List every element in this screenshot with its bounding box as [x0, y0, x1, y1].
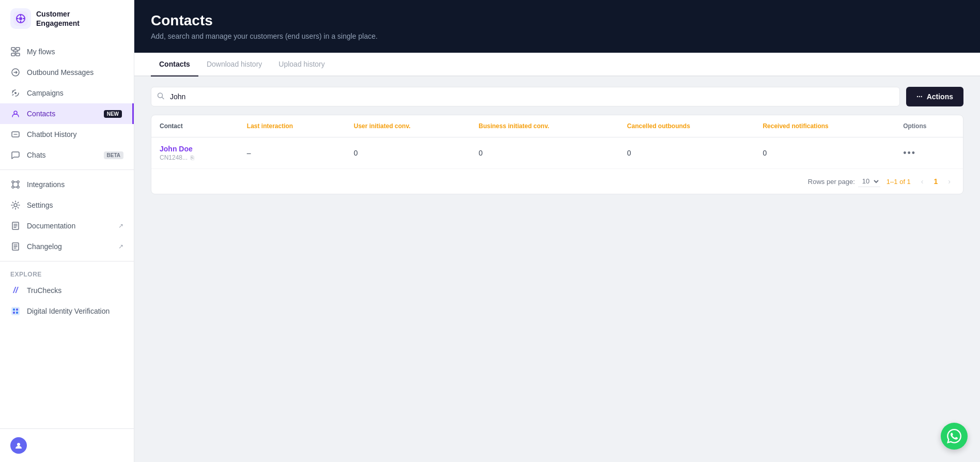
contact-id: CN1248...	[160, 154, 188, 161]
sidebar-item-digital-identity[interactable]: Digital Identity Verification	[0, 301, 134, 321]
sidebar-item-campaigns[interactable]: Campaigns	[0, 83, 134, 103]
tabs-container: Contacts Download history Upload history	[134, 53, 980, 76]
chatbot-icon	[10, 129, 21, 140]
beta-badge: BETA	[104, 151, 123, 159]
search-container	[151, 87, 900, 106]
sidebar-item-my-flows[interactable]: My flows	[0, 41, 134, 62]
tab-contacts[interactable]: Contacts	[151, 53, 198, 76]
sidebar-item-label: Outbound Messages	[27, 68, 94, 76]
sidebar-item-chats[interactable]: Chats BETA	[0, 145, 134, 165]
sidebar-item-label: Contacts	[27, 110, 55, 118]
svg-rect-41	[13, 312, 15, 314]
svg-point-19	[15, 134, 16, 135]
tab-upload-history[interactable]: Upload history	[270, 53, 333, 76]
sidebar-item-label: My flows	[27, 48, 55, 56]
sidebar-item-label: Digital Identity Verification	[27, 307, 110, 315]
table: Contact Last interaction User initiated …	[151, 115, 963, 169]
sidebar-item-label: TruChecks	[27, 286, 61, 295]
next-page-button[interactable]: ›	[944, 175, 955, 188]
svg-rect-10	[16, 53, 20, 56]
main-content: Contacts Add, search and manage your cus…	[134, 0, 980, 462]
svg-point-20	[17, 134, 18, 135]
changelog-icon	[10, 241, 21, 252]
prev-page-button[interactable]: ‹	[917, 175, 928, 188]
nav-divider	[0, 170, 134, 170]
svg-rect-7	[11, 48, 15, 50]
svg-point-21	[12, 181, 14, 183]
page-subtitle: Add, search and manage your customers (e…	[151, 32, 963, 40]
sidebar-item-label: Campaigns	[27, 89, 64, 97]
external-link-icon: ↗	[118, 222, 123, 229]
digital-identity-icon	[10, 306, 21, 316]
svg-point-2	[19, 17, 22, 20]
sidebar: CustomerEngagement My flows Outbound Mes…	[0, 0, 134, 462]
page-title: Contacts	[151, 12, 963, 29]
sidebar-item-label: Settings	[27, 201, 53, 209]
pagination: Rows per page: 10 25 50 1–1 of 1 ‹ 1 ›	[151, 169, 963, 194]
chats-icon	[10, 150, 21, 160]
sidebar-item-outbound-messages[interactable]: Outbound Messages	[0, 62, 134, 83]
contact-name[interactable]: John Doe	[160, 145, 230, 153]
copy-icon[interactable]: ⎘	[191, 155, 194, 161]
col-header-contact: Contact	[151, 115, 239, 137]
flows-icon	[10, 47, 21, 57]
sidebar-item-truchecks[interactable]: // TruChecks	[0, 280, 134, 301]
pagination-range: 1–1 of 1	[886, 178, 911, 186]
table-row: John Doe CN1248... ⎘ – 0 0 0 0 •••	[151, 137, 963, 169]
cell-last-interaction: –	[239, 137, 346, 169]
integrations-icon	[10, 179, 21, 190]
cell-business-conv: 0	[471, 137, 619, 169]
svg-rect-40	[16, 309, 18, 311]
sidebar-item-chatbot-history[interactable]: Chatbot History	[0, 124, 134, 145]
svg-point-24	[17, 186, 19, 188]
cell-received-notifications: 0	[754, 137, 895, 169]
svg-rect-8	[16, 48, 20, 50]
pagination-controls: ‹ 1 ›	[917, 175, 955, 188]
campaigns-icon	[10, 88, 21, 98]
outbound-icon	[10, 67, 21, 78]
explore-divider	[0, 261, 134, 261]
svg-rect-39	[13, 309, 15, 311]
sidebar-item-label: Integrations	[27, 180, 65, 189]
svg-point-16	[14, 111, 17, 114]
user-avatar[interactable]	[10, 437, 27, 454]
contacts-icon	[10, 109, 21, 119]
sidebar-item-changelog[interactable]: Changelog ↗	[0, 236, 134, 257]
search-input[interactable]	[151, 87, 900, 106]
tab-download-history[interactable]: Download history	[198, 53, 270, 76]
sidebar-item-documentation[interactable]: Documentation ↗	[0, 215, 134, 236]
sidebar-item-settings[interactable]: Settings	[0, 195, 134, 215]
row-options-button[interactable]: •••	[903, 148, 916, 158]
svg-point-22	[17, 181, 19, 183]
sidebar-footer	[0, 428, 134, 462]
cell-contact: John Doe CN1248... ⎘	[151, 137, 239, 169]
whatsapp-fab[interactable]	[941, 423, 968, 450]
app-logo	[10, 8, 31, 29]
svg-point-18	[14, 134, 15, 135]
sidebar-header: CustomerEngagement	[0, 0, 134, 37]
search-icon	[157, 93, 164, 101]
actions-button[interactable]: ··· Actions	[906, 87, 963, 106]
svg-point-23	[12, 186, 14, 188]
table-header: Contact Last interaction User initiated …	[151, 115, 963, 137]
page-1-button[interactable]: 1	[930, 175, 942, 188]
sidebar-navigation: My flows Outbound Messages Campaigns Con…	[0, 37, 134, 428]
sidebar-item-contacts[interactable]: Contacts NEW	[0, 103, 134, 124]
col-header-business-conv: Business initiated conv.	[471, 115, 619, 137]
col-header-last-interaction: Last interaction	[239, 115, 346, 137]
svg-rect-42	[16, 312, 18, 314]
rows-per-page-select[interactable]: 10 25 50	[858, 176, 880, 187]
sidebar-item-integrations[interactable]: Integrations	[0, 174, 134, 195]
col-header-received-notifications: Received notifications	[754, 115, 895, 137]
documentation-icon	[10, 221, 21, 231]
truchecks-icon: //	[10, 285, 21, 296]
cell-user-conv: 0	[346, 137, 471, 169]
page-header: Contacts Add, search and manage your cus…	[134, 0, 980, 53]
app-title: CustomerEngagement	[36, 9, 80, 28]
new-badge: NEW	[104, 110, 122, 118]
svg-rect-9	[11, 53, 15, 56]
svg-point-43	[17, 443, 20, 446]
sidebar-item-label: Chats	[27, 151, 46, 159]
page-body: Contacts Download history Upload history…	[134, 53, 980, 462]
sidebar-item-label: Documentation	[27, 222, 75, 230]
